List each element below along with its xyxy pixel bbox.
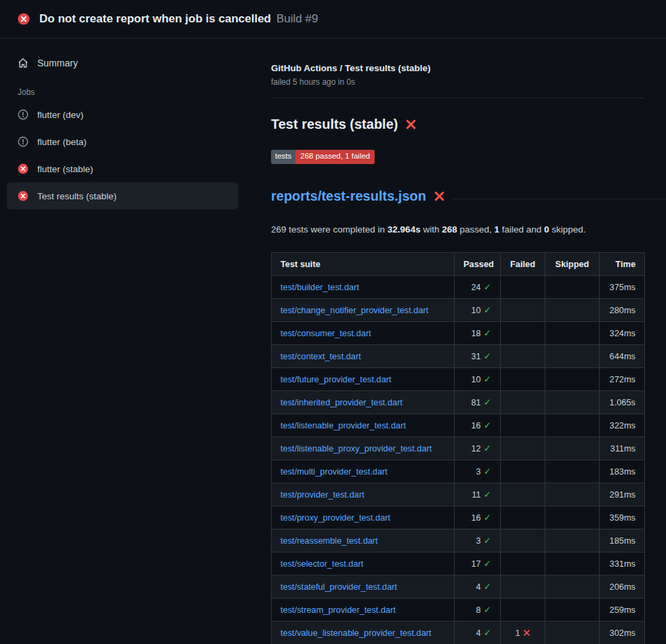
test-suite-link[interactable]: test/listenable_proxy_provider_test.dart <box>280 443 432 454</box>
test-suite-link[interactable]: test/stateful_provider_test.dart <box>280 582 397 592</box>
table-row: test/builder_test.dart24✓375ms <box>272 275 645 298</box>
test-suite-cell: test/provider_test.dart <box>272 483 455 506</box>
test-suite-link[interactable]: test/selector_test.dart <box>280 559 363 569</box>
test-suite-cell: test/builder_test.dart <box>272 275 455 298</box>
check-icon: ✓ <box>484 304 491 315</box>
table-row: test/selector_test.dart17✓331ms <box>272 552 645 575</box>
time-cell: 359ms <box>600 506 645 529</box>
test-suite-link[interactable]: test/builder_test.dart <box>280 282 359 292</box>
skipped-cell <box>545 344 600 367</box>
sidebar-item-summary[interactable]: Summary <box>7 49 238 77</box>
time-cell: 259ms <box>600 598 645 621</box>
table-row: test/future_provider_test.dart10✓272ms <box>272 367 645 390</box>
test-suite-link[interactable]: test/change_notifier_provider_test.dart <box>280 305 428 315</box>
test-suite-link[interactable]: test/proxy_provider_test.dart <box>280 512 390 523</box>
divider <box>271 98 644 98</box>
time-cell: 1.065s <box>600 390 645 414</box>
sidebar-item-label: flutter (beta) <box>37 137 87 147</box>
table-row: test/stream_provider_test.dart8✓259ms <box>272 598 645 621</box>
cancelled-icon <box>18 109 28 120</box>
passed-cell: 17✓ <box>455 552 501 575</box>
table-row: test/value_listenable_provider_test.dart… <box>272 621 645 644</box>
check-icon: ✓ <box>484 512 491 523</box>
check-icon: ✓ <box>484 489 491 500</box>
skipped-cell <box>545 506 600 529</box>
test-suite-link[interactable]: test/future_provider_test.dart <box>280 374 392 384</box>
results-table: Test suite Passed Failed Skipped Time te… <box>271 252 645 644</box>
failed-cell <box>501 298 545 321</box>
failed-cell <box>501 529 545 552</box>
time-cell: 280ms <box>600 298 645 321</box>
report-file-link[interactable]: reports/test-results.json <box>271 188 426 204</box>
skipped-cell <box>545 298 600 321</box>
check-icon: ✓ <box>484 604 491 615</box>
failed-cell <box>501 414 545 437</box>
sidebar-item-test-results-stable[interactable]: Test results (stable) <box>7 182 238 209</box>
time-cell: 302ms <box>600 621 645 644</box>
cancelled-icon <box>18 136 28 147</box>
test-suite-cell: test/change_notifier_provider_test.dart <box>272 298 455 321</box>
table-row: test/context_test.dart31✓644ms <box>272 344 645 367</box>
main-content: GitHub Actions / Test results (stable) f… <box>238 39 666 644</box>
summary-segment: 1 <box>495 224 500 235</box>
test-suite-cell: test/future_provider_test.dart <box>272 367 455 390</box>
table-row: test/listenable_provider_test.dart16✓322… <box>272 414 645 437</box>
test-suite-link[interactable]: test/reassemble_test.dart <box>280 536 378 546</box>
time-cell: 311ms <box>600 437 645 460</box>
skipped-cell <box>545 529 600 552</box>
passed-count: 10 <box>471 305 480 315</box>
breadcrumb: GitHub Actions / Test results (stable) <box>271 63 644 73</box>
check-icon: ✓ <box>484 558 491 569</box>
failed-cell <box>501 344 545 367</box>
skipped-cell <box>545 414 600 437</box>
sidebar-item-flutter-beta[interactable]: flutter (beta) <box>7 128 238 155</box>
passed-cell: 16✓ <box>455 414 501 437</box>
check-icon: ✓ <box>484 466 491 477</box>
table-row: test/reassemble_test.dart3✓185ms <box>272 529 645 552</box>
check-icon: ✓ <box>484 350 491 361</box>
x-circle-icon <box>18 190 28 201</box>
test-suite-link[interactable]: test/inherited_provider_test.dart <box>280 397 402 407</box>
passed-cell: 24✓ <box>455 275 501 298</box>
failed-cell <box>501 552 545 575</box>
heading-rule <box>453 199 666 199</box>
failed-cell <box>501 506 545 529</box>
badge-value: 268 passed, 1 failed <box>295 150 375 164</box>
sidebar-item-flutter-stable[interactable]: flutter (stable) <box>7 155 238 182</box>
test-suite-link[interactable]: test/value_listenable_provider_test.dart <box>280 628 432 638</box>
test-suite-link[interactable]: test/provider_test.dart <box>280 489 365 500</box>
passed-count: 3 <box>476 536 481 546</box>
build-number: Build #9 <box>276 12 318 26</box>
passed-cell: 18✓ <box>455 321 501 344</box>
run-status-line: failed 5 hours ago in 0s <box>271 77 644 87</box>
passed-cell: 8✓ <box>455 598 501 621</box>
failed-cell: 1 <box>501 621 545 644</box>
passed-count: 4 <box>476 628 481 638</box>
test-suite-link[interactable]: test/consumer_test.dart <box>280 328 371 338</box>
sidebar-item-label: flutter (stable) <box>37 164 93 174</box>
test-suite-link[interactable]: test/context_test.dart <box>280 351 361 361</box>
time-cell: 331ms <box>600 552 645 575</box>
jobs-heading: Jobs <box>18 87 238 97</box>
skipped-cell <box>545 321 600 344</box>
failed-x-icon <box>405 119 417 130</box>
summary-segment: skipped. <box>549 224 586 235</box>
time-cell: 185ms <box>600 529 645 552</box>
test-suite-cell: test/listenable_provider_test.dart <box>272 414 455 437</box>
sidebar-item-flutter-dev[interactable]: flutter (dev) <box>7 101 238 128</box>
passed-cell: 10✓ <box>455 298 501 321</box>
col-header-test-suite: Test suite <box>272 252 455 275</box>
test-suite-link[interactable]: test/listenable_provider_test.dart <box>280 420 406 430</box>
passed-count: 12 <box>471 443 480 454</box>
table-header-row: Test suite Passed Failed Skipped Time <box>272 252 645 275</box>
passed-count: 18 <box>471 328 480 338</box>
passed-count: 4 <box>476 582 481 592</box>
table-row: test/provider_test.dart11✓291ms <box>272 483 645 506</box>
test-suite-link[interactable]: test/stream_provider_test.dart <box>280 605 396 615</box>
passed-count: 16 <box>471 420 480 430</box>
failed-cell <box>501 460 545 483</box>
passed-count: 16 <box>471 512 480 523</box>
test-suite-link[interactable]: test/multi_provider_test.dart <box>280 466 388 477</box>
skipped-cell <box>545 367 600 390</box>
test-suite-cell: test/stream_provider_test.dart <box>272 598 455 621</box>
